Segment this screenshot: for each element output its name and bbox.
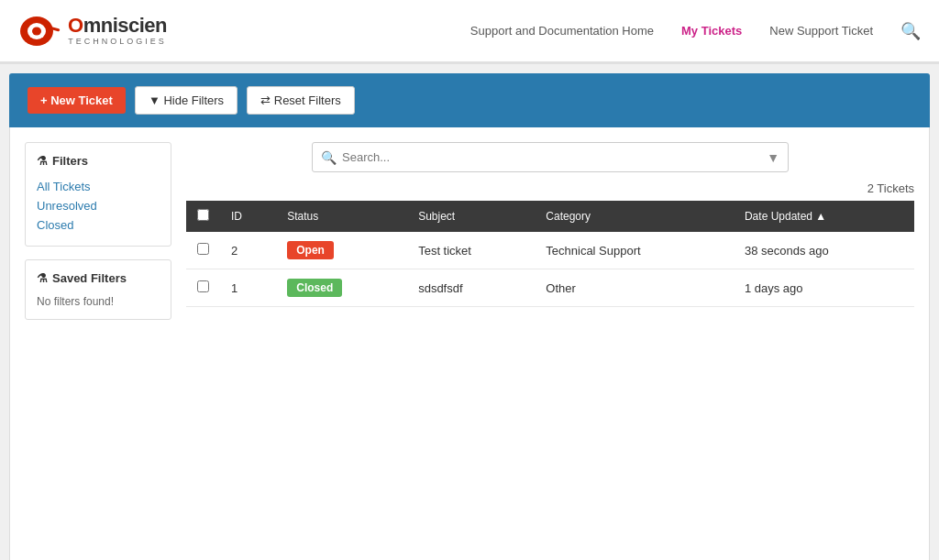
row-checkbox-cell: [186, 269, 220, 307]
reset-icon: ⇄: [260, 93, 274, 107]
header-status: Status: [276, 201, 407, 232]
filters-title: ⚗ Filters: [37, 154, 160, 168]
row-checkbox-cell: [186, 232, 220, 269]
row-status: Open: [276, 232, 407, 269]
header-search-button[interactable]: 🔍: [900, 21, 921, 41]
right-panel: 🔍 ▼ 2 Tickets ID Status Subject Catego: [186, 142, 914, 552]
select-all-checkbox[interactable]: [197, 209, 209, 221]
header-subject: Subject: [407, 201, 535, 232]
row-category: Other: [535, 269, 734, 307]
search-bar-row: 🔍 ▼: [186, 142, 914, 172]
hide-filters-button[interactable]: ▼ Hide Filters: [135, 86, 238, 115]
logo-o: O: [68, 14, 83, 37]
status-badge: Open: [287, 241, 334, 259]
saved-filters-title: ⚗ Saved Filters: [37, 271, 160, 285]
logo-brand: mniscien: [83, 14, 167, 37]
saved-filter-icon: ⚗: [37, 271, 48, 285]
row-subject[interactable]: sdsdfsdf: [407, 269, 535, 307]
row-checkbox-0[interactable]: [197, 243, 209, 255]
logo-text: Omniscien TECHNOLOGIES: [68, 16, 167, 46]
row-date-updated: 38 seconds ago: [734, 232, 914, 269]
logo: Omniscien TECHNOLOGIES: [18, 13, 167, 49]
saved-filters-section: ⚗ Saved Filters No filters found!: [25, 259, 171, 320]
table-row[interactable]: 1 Closed sdsdfsdf Other 1 days ago: [186, 269, 914, 307]
reset-filters-button[interactable]: ⇄ Reset Filters: [247, 86, 355, 115]
status-badge: Closed: [287, 279, 342, 297]
filter-funnel-icon: ⚗: [37, 154, 48, 168]
toolbar: + New Ticket ▼ Hide Filters ⇄ Reset Filt…: [9, 73, 930, 127]
row-category: Technical Support: [535, 232, 734, 269]
nav-support-home[interactable]: Support and Documentation Home: [470, 24, 654, 38]
table-header-row: ID Status Subject Category Date Updated …: [186, 201, 914, 232]
logo-sub: TECHNOLOGIES: [68, 38, 167, 46]
tickets-count: 2 Tickets: [186, 181, 914, 195]
nav-my-tickets[interactable]: My Tickets: [681, 24, 742, 38]
search-dropdown-arrow-icon[interactable]: ▼: [767, 150, 779, 165]
row-status: Closed: [276, 269, 407, 307]
main-container: ⚗ Filters All Tickets Unresolved Closed …: [9, 127, 930, 560]
table-row[interactable]: 2 Open Test ticket Technical Support 38 …: [186, 232, 914, 269]
content-area: ⚗ Filters All Tickets Unresolved Closed …: [25, 142, 914, 552]
row-subject[interactable]: Test ticket: [407, 232, 535, 269]
sidebar-all-tickets[interactable]: All Tickets: [37, 177, 160, 196]
header-category: Category: [535, 201, 734, 232]
sidebar: ⚗ Filters All Tickets Unresolved Closed …: [25, 142, 171, 552]
header-nav: Support and Documentation Home My Ticket…: [470, 21, 921, 41]
sidebar-closed[interactable]: Closed: [37, 215, 160, 235]
row-checkbox-1[interactable]: [197, 280, 209, 292]
search-icon: 🔍: [321, 150, 337, 165]
tickets-table: ID Status Subject Category Date Updated …: [186, 201, 914, 307]
sidebar-unresolved[interactable]: Unresolved: [37, 196, 160, 215]
header-date-updated[interactable]: Date Updated ▲: [734, 201, 914, 232]
no-filters-text: No filters found!: [37, 295, 114, 308]
row-date-updated: 1 days ago: [734, 269, 914, 307]
header: Omniscien TECHNOLOGIES Support and Docum…: [0, 0, 939, 64]
header-id: ID: [220, 201, 276, 232]
svg-point-2: [32, 27, 41, 35]
search-input[interactable]: [312, 142, 789, 172]
search-wrapper: 🔍 ▼: [312, 142, 789, 172]
row-id: 2: [220, 232, 276, 269]
filter-icon: ▼: [149, 93, 163, 107]
new-ticket-button[interactable]: + New Ticket: [28, 87, 126, 114]
row-id: 1: [220, 269, 276, 307]
filters-section: ⚗ Filters All Tickets Unresolved Closed: [25, 142, 171, 247]
header-checkbox-col: [186, 201, 220, 232]
nav-new-support-ticket[interactable]: New Support Ticket: [769, 24, 873, 38]
